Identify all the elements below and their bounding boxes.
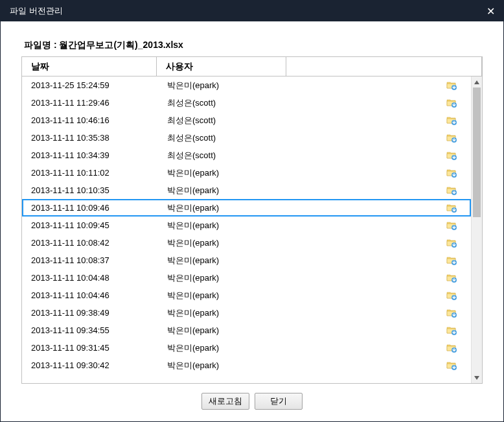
download-folder-icon[interactable] <box>446 115 457 126</box>
table-body-wrapper: 2013-11-25 15:24:59박은미(epark) 2013-11-11… <box>22 76 482 383</box>
download-folder-icon[interactable] <box>446 255 457 266</box>
cell-action <box>288 290 471 301</box>
download-folder-icon[interactable] <box>446 168 457 178</box>
cell-action <box>288 308 471 318</box>
cell-action <box>288 98 471 108</box>
table-row[interactable]: 2013-11-11 10:08:37박은미(epark) <box>22 252 471 269</box>
cell-user: 최성은(scott) <box>158 97 288 109</box>
cell-user: 박은미(epark) <box>158 202 288 214</box>
filename-prefix: 파일명 : <box>24 40 59 50</box>
cell-date: 2013-11-11 10:04:48 <box>23 273 158 283</box>
table-row[interactable]: 2013-11-11 10:04:46박은미(epark) <box>22 287 471 304</box>
cell-user: 박은미(epark) <box>158 290 288 301</box>
table-row[interactable]: 2013-11-11 10:04:48박은미(epark) <box>22 269 471 287</box>
download-folder-icon[interactable] <box>446 273 457 283</box>
cell-date: 2013-11-11 10:46:16 <box>23 115 158 125</box>
cell-date: 2013-11-11 10:08:37 <box>23 255 158 265</box>
download-folder-icon[interactable] <box>446 185 457 196</box>
cell-action <box>288 360 471 371</box>
cell-action <box>288 220 471 231</box>
table-row[interactable]: 2013-11-11 10:11:02박은미(epark) <box>22 164 471 182</box>
table-row[interactable]: 2013-11-11 11:29:46최성은(scott) <box>22 94 471 111</box>
column-header-user[interactable]: 사용자 <box>157 57 286 76</box>
column-header-action <box>286 57 482 76</box>
version-table: 날짜 사용자 2013-11-25 15:24:59박은미(epark) 201… <box>21 56 483 384</box>
column-header-date[interactable]: 날짜 <box>22 57 157 76</box>
cell-user: 최성은(scott) <box>158 115 288 126</box>
dialog-content: 파일명 : 월간업무보고(기획)_2013.xlsx 날짜 사용자 2013-1… <box>1 21 503 421</box>
cell-action <box>288 80 471 91</box>
download-folder-icon[interactable] <box>446 308 457 318</box>
cell-action <box>288 203 471 213</box>
vertical-scrollbar[interactable] <box>471 76 482 383</box>
cell-date: 2013-11-11 09:31:45 <box>23 343 158 353</box>
scroll-track[interactable] <box>472 88 482 372</box>
download-folder-icon[interactable] <box>446 290 457 301</box>
table-row[interactable]: 2013-11-11 10:34:39최성은(scott) <box>22 147 471 164</box>
download-folder-icon[interactable] <box>446 80 457 91</box>
cell-date: 2013-11-11 10:09:46 <box>23 203 158 213</box>
cell-user: 박은미(epark) <box>158 167 288 179</box>
table-row[interactable]: 2013-11-11 09:30:42박은미(epark) <box>22 357 471 374</box>
cell-action <box>288 168 471 178</box>
table-row[interactable]: 2013-11-11 10:09:45박은미(epark) <box>22 217 471 234</box>
cell-action <box>288 185 471 196</box>
download-folder-icon[interactable] <box>446 203 457 213</box>
cell-date: 2013-11-11 10:11:02 <box>23 168 158 178</box>
scroll-down-arrow-icon[interactable] <box>472 372 482 383</box>
table-row[interactable]: 2013-11-11 09:34:55박은미(epark) <box>22 322 471 339</box>
download-folder-icon[interactable] <box>446 98 457 108</box>
cell-action <box>288 238 471 248</box>
window-title: 파일 버전관리 <box>10 5 63 17</box>
cell-action <box>288 115 471 126</box>
refresh-button[interactable]: 새로고침 <box>201 393 249 410</box>
dialog-window: 파일 버전관리 ✕ 파일명 : 월간업무보고(기획)_2013.xlsx 날짜 … <box>0 0 504 422</box>
download-folder-icon[interactable] <box>446 360 457 371</box>
cell-user: 박은미(epark) <box>158 307 288 319</box>
scroll-thumb[interactable] <box>473 88 481 217</box>
cell-user: 박은미(epark) <box>158 80 288 91</box>
cell-user: 최성은(scott) <box>158 132 288 144</box>
cell-date: 2013-11-11 10:35:38 <box>23 133 158 143</box>
cell-user: 박은미(epark) <box>158 342 288 354</box>
cell-user: 박은미(epark) <box>158 360 288 371</box>
table-row[interactable]: 2013-11-25 15:24:59박은미(epark) <box>22 76 471 94</box>
cell-user: 박은미(epark) <box>158 237 288 249</box>
cell-action <box>288 325 471 336</box>
download-folder-icon[interactable] <box>446 220 457 231</box>
table-row[interactable]: 2013-11-11 10:10:35박은미(epark) <box>22 182 471 199</box>
table-row[interactable]: 2013-11-11 10:35:38최성은(scott) <box>22 129 471 147</box>
table-row[interactable]: 2013-11-11 10:09:46박은미(epark) <box>22 199 471 217</box>
filename-row: 파일명 : 월간업무보고(기획)_2013.xlsx <box>21 40 483 51</box>
table-header: 날짜 사용자 <box>22 57 482 76</box>
download-folder-icon[interactable] <box>446 325 457 336</box>
titlebar: 파일 버전관리 ✕ <box>1 1 503 21</box>
button-row: 새로고침 닫기 <box>21 384 483 410</box>
download-folder-icon[interactable] <box>446 238 457 248</box>
scroll-up-arrow-icon[interactable] <box>472 76 482 88</box>
close-button[interactable]: 닫기 <box>255 393 303 410</box>
close-icon[interactable]: ✕ <box>484 5 497 18</box>
cell-date: 2013-11-11 09:38:49 <box>23 308 158 318</box>
cell-action <box>288 255 471 266</box>
table-row[interactable]: 2013-11-11 10:46:16최성은(scott) <box>22 111 471 129</box>
download-folder-icon[interactable] <box>446 133 457 143</box>
cell-date: 2013-11-11 10:04:46 <box>23 290 158 300</box>
download-folder-icon[interactable] <box>446 150 457 161</box>
table-row[interactable]: 2013-11-11 10:08:42박은미(epark) <box>22 234 471 252</box>
filename-value: 월간업무보고(기획)_2013.xlsx <box>59 40 183 50</box>
download-folder-icon[interactable] <box>446 343 457 353</box>
cell-date: 2013-11-11 10:34:39 <box>23 150 158 160</box>
cell-date: 2013-11-11 09:30:42 <box>23 360 158 370</box>
cell-date: 2013-11-11 10:10:35 <box>23 185 158 195</box>
table-row[interactable]: 2013-11-11 09:31:45박은미(epark) <box>22 339 471 357</box>
cell-date: 2013-11-11 10:09:45 <box>23 220 158 230</box>
cell-user: 박은미(epark) <box>158 185 288 196</box>
table-row[interactable]: 2013-11-11 09:38:49박은미(epark) <box>22 304 471 322</box>
cell-action <box>288 133 471 143</box>
cell-date: 2013-11-11 10:08:42 <box>23 238 158 248</box>
cell-user: 박은미(epark) <box>158 255 288 266</box>
cell-action <box>288 343 471 353</box>
cell-date: 2013-11-25 15:24:59 <box>23 80 158 90</box>
cell-action <box>288 150 471 161</box>
